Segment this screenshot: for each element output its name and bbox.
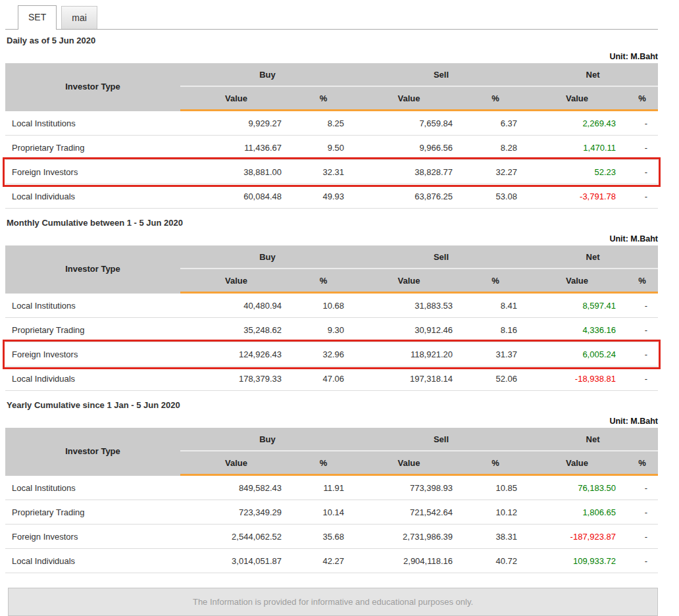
col-header-investor-type: Investor Type — [5, 63, 180, 111]
table-row: Proprietary Trading 723,349.29 10.14 721… — [5, 500, 658, 525]
net-percent-cell: - — [626, 475, 658, 500]
table-header-row: Investor Type Buy Sell Net — [5, 428, 658, 451]
sell-percent-cell: 8.41 — [463, 293, 528, 318]
investor-type-cell: Foreign Investors — [5, 342, 180, 367]
tab-set[interactable]: SET — [18, 5, 57, 30]
buy-percent-cell: 9.50 — [292, 136, 355, 160]
buy-percent-cell: 9.30 — [292, 318, 355, 342]
sell-value-cell: 2,731,986.39 — [355, 525, 463, 549]
buy-value-cell: 40,480.94 — [180, 293, 292, 318]
unit-label: Unit: M.Baht — [5, 52, 658, 61]
table-row-foreign-investors-highlighted: Foreign Investors 124,926.43 32.96 118,9… — [5, 342, 658, 367]
table-row: Proprietary Trading 35,248.62 9.30 30,91… — [5, 318, 658, 342]
net-percent-cell: - — [626, 136, 658, 160]
net-percent-cell: - — [626, 184, 658, 209]
investor-type-cell: Local Institutions — [5, 293, 180, 318]
col-header-net: Net — [528, 245, 658, 269]
sell-value-cell: 197,318.14 — [355, 367, 463, 391]
net-value-cell: 1,470.11 — [528, 136, 626, 160]
table-row: Local Individuals 178,379.33 47.06 197,3… — [5, 367, 658, 391]
investor-type-cell: Foreign Investors — [5, 160, 180, 184]
table-row: Local Institutions 40,480.94 10.68 31,88… — [5, 293, 658, 318]
col-header-investor-type: Investor Type — [5, 245, 180, 293]
net-percent-cell: - — [626, 525, 658, 549]
buy-value-cell: 11,436.67 — [180, 136, 292, 160]
net-value-cell: 109,933.72 — [528, 549, 626, 573]
col-header-buy-percent: % — [292, 451, 355, 475]
col-header-buy: Buy — [180, 245, 355, 269]
buy-value-cell: 178,379.33 — [180, 367, 292, 391]
investor-type-cell: Local Individuals — [5, 367, 180, 391]
col-header-buy-percent: % — [292, 269, 355, 293]
unit-label: Unit: M.Baht — [5, 234, 658, 244]
market-tabbar: SET mai — [5, 5, 658, 30]
disclaimer-banner: The Information is provided for informat… — [8, 588, 658, 616]
sell-percent-cell: 10.12 — [463, 500, 528, 525]
table-row: Local Individuals 3,014,051.87 42.27 2,9… — [5, 549, 658, 573]
table-header-row: Investor Type Buy Sell Net — [5, 245, 658, 269]
table-row: Local Individuals 60,084.48 49.93 63,876… — [5, 184, 658, 209]
sell-percent-cell: 40.72 — [463, 549, 528, 573]
net-percent-cell: - — [626, 549, 658, 573]
net-value-cell: -3,791.78 — [528, 184, 626, 209]
investor-type-cell: Local Institutions — [5, 111, 180, 136]
col-header-net: Net — [528, 63, 658, 86]
col-header-net-percent: % — [626, 451, 658, 475]
net-value-cell: 4,336.16 — [528, 318, 626, 342]
section-monthly: Monthly Cumulative between 1 - 5 Jun 202… — [5, 218, 658, 391]
col-header-sell-percent: % — [463, 451, 528, 475]
table-row: Local Institutions 849,582.43 11.91 773,… — [5, 475, 658, 500]
net-value-cell: -187,923.87 — [528, 525, 626, 549]
net-value-cell: -18,938.81 — [528, 367, 626, 391]
net-value-cell: 1,806.65 — [528, 500, 626, 525]
sell-percent-cell: 6.37 — [463, 111, 528, 136]
yearly-table: Investor Type Buy Sell Net Value % Value… — [5, 428, 658, 573]
col-header-buy-value: Value — [180, 86, 292, 111]
investor-type-cell: Local Individuals — [5, 549, 180, 573]
tab-mai[interactable]: mai — [61, 6, 97, 29]
col-header-buy: Buy — [180, 63, 355, 86]
net-value-cell: 6,005.24 — [528, 342, 626, 367]
buy-value-cell: 9,929.27 — [180, 111, 292, 136]
col-header-net: Net — [528, 428, 658, 451]
table-row: Foreign Investors 2,544,062.52 35.68 2,7… — [5, 525, 658, 549]
page: SET mai Daily as of 5 Jun 2020 Unit: M.B… — [0, 0, 679, 616]
section-daily: Daily as of 5 Jun 2020 Unit: M.Baht Inve… — [5, 36, 658, 209]
section-title-monthly: Monthly Cumulative between 1 - 5 Jun 202… — [7, 218, 658, 228]
col-header-net-value: Value — [528, 451, 626, 475]
col-header-net-value: Value — [528, 86, 626, 111]
investor-type-cell: Proprietary Trading — [5, 500, 180, 525]
sell-value-cell: 63,876.25 — [355, 184, 463, 209]
buy-percent-cell: 11.91 — [292, 475, 355, 500]
col-header-sell: Sell — [355, 63, 528, 86]
sell-value-cell: 9,966.56 — [355, 136, 463, 160]
col-header-sell-value: Value — [355, 451, 463, 475]
buy-percent-cell: 49.93 — [292, 184, 355, 209]
buy-percent-cell: 42.27 — [292, 549, 355, 573]
buy-value-cell: 35,248.62 — [180, 318, 292, 342]
buy-value-cell: 3,014,051.87 — [180, 549, 292, 573]
col-header-investor-type: Investor Type — [5, 428, 180, 475]
buy-percent-cell: 35.68 — [292, 525, 355, 549]
net-percent-cell: - — [626, 500, 658, 525]
sell-value-cell: 773,398.93 — [355, 475, 463, 500]
col-header-net-value: Value — [528, 269, 626, 293]
monthly-table: Investor Type Buy Sell Net Value % Value… — [5, 245, 658, 391]
sell-percent-cell: 38.31 — [463, 525, 528, 549]
col-header-net-percent: % — [626, 269, 658, 293]
investor-type-cell: Local Individuals — [5, 184, 180, 209]
sell-value-cell: 7,659.84 — [355, 111, 463, 136]
sell-value-cell: 118,921.20 — [355, 342, 463, 367]
table-row: Proprietary Trading 11,436.67 9.50 9,966… — [5, 136, 658, 160]
buy-value-cell: 723,349.29 — [180, 500, 292, 525]
col-header-net-percent: % — [626, 86, 658, 111]
buy-value-cell: 124,926.43 — [180, 342, 292, 367]
col-header-sell: Sell — [355, 245, 528, 269]
buy-value-cell: 38,881.00 — [180, 160, 292, 184]
buy-value-cell: 849,582.43 — [180, 475, 292, 500]
net-value-cell: 76,183.50 — [528, 475, 626, 500]
col-header-buy-value: Value — [180, 269, 292, 293]
col-header-sell: Sell — [355, 428, 528, 451]
unit-label: Unit: M.Baht — [5, 417, 658, 426]
buy-percent-cell: 47.06 — [292, 367, 355, 391]
